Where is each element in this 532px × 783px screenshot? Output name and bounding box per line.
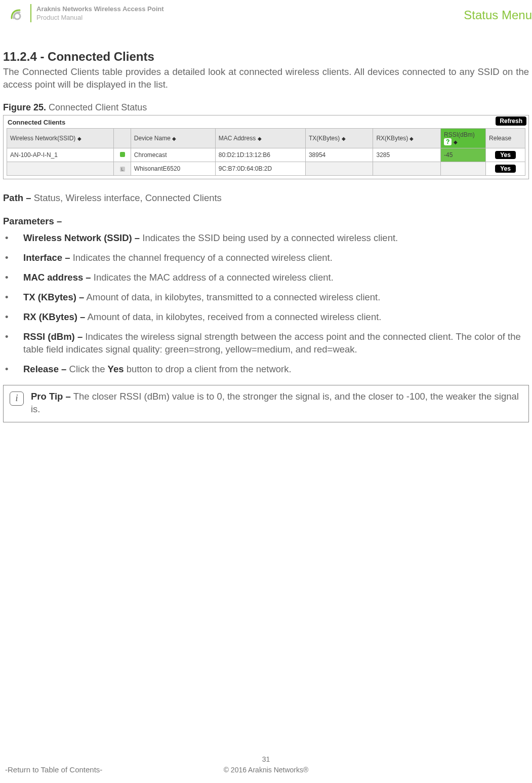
list-item: RX (KBytes) – Amount of data, in kilobyt… xyxy=(3,311,529,324)
section-lead: The Connected Clients table provides a d… xyxy=(3,66,529,91)
cell-mac: 9C:B7:0D:64:0B:2D xyxy=(215,162,305,175)
path-line: Path – Status, Wireless interface, Conne… xyxy=(3,192,529,204)
table-row: L WhisonantE6520 9C:B7:0D:64:0B:2D Yes xyxy=(7,162,525,175)
header-divider xyxy=(30,4,31,22)
path-label: Path – xyxy=(3,192,31,203)
cell-ssid xyxy=(7,162,114,175)
page-header: Araknis Networks Wireless Access Point P… xyxy=(0,0,532,25)
help-icon[interactable]: ? xyxy=(444,138,452,145)
release-yes-button[interactable]: Yes xyxy=(495,165,516,173)
parameters-list: Wireless Network (SSID) – Indicates the … xyxy=(3,232,529,376)
cell-rx xyxy=(373,162,441,175)
cell-device: WhisonantE6520 xyxy=(131,162,215,175)
pro-tip-box: i Pro Tip – The closer RSSI (dBm) value … xyxy=(3,385,529,422)
list-item: TX (KBytes) – Amount of data, in kilobyt… xyxy=(3,291,529,304)
pro-tip-label: Pro Tip – xyxy=(31,391,71,402)
figure-caption-text: Connected Client Status xyxy=(49,102,147,112)
page-footer: 31 -Return to Table of Contents- © 2016 … xyxy=(0,755,532,774)
col-tx[interactable]: TX(KBytes) ◆ xyxy=(305,128,373,148)
panel-title: Connected Clients xyxy=(4,115,528,128)
header-title: Araknis Networks Wireless Access Point xyxy=(36,5,164,13)
figure-caption: Figure 25. Connected Client Status xyxy=(3,102,529,113)
cell-device: Chromecast xyxy=(131,148,215,162)
brand-logo xyxy=(5,4,27,21)
cell-mac: 80:D2:1D:13:12:B6 xyxy=(215,148,305,162)
figure-label: Figure 25. xyxy=(3,102,46,112)
table-row: AN-100-AP-I-N_1 Chromecast 80:D2:1D:13:1… xyxy=(7,148,525,162)
col-rssi[interactable]: RSSI(dBm) ? ◆ xyxy=(441,128,486,148)
refresh-button[interactable]: Refresh xyxy=(496,116,526,126)
list-item: RSSI (dBm) – Indicates the wireless sign… xyxy=(3,331,529,356)
connected-clients-screenshot: Refresh Connected Clients Wireless Netwo… xyxy=(3,115,529,179)
menu-label: Status Menu xyxy=(464,8,532,22)
col-ssid[interactable]: Wireless Network(SSID) ◆ xyxy=(7,128,114,148)
pro-tip-text: Pro Tip – The closer RSSI (dBm) value is… xyxy=(31,390,522,416)
header-title-block: Araknis Networks Wireless Access Point P… xyxy=(36,4,164,21)
cell-rssi xyxy=(441,162,486,175)
col-mac[interactable]: MAC Address ◆ xyxy=(215,128,305,148)
pro-tip-body: The closer RSSI (dBm) value is to 0, the… xyxy=(31,391,519,414)
cell-rx: 3285 xyxy=(373,148,441,162)
araknis-logo-icon xyxy=(9,6,24,21)
page-content: 11.2.4 - Connected Clients The Connected… xyxy=(0,25,532,422)
cell-release: Yes xyxy=(486,148,525,162)
section-heading: 11.2.4 - Connected Clients xyxy=(3,50,529,64)
connected-clients-table: Wireless Network(SSID) ◆ Device Name ◆ M… xyxy=(7,128,525,176)
svg-point-0 xyxy=(14,13,20,19)
cell-iface-indicator xyxy=(114,148,131,162)
table-header-row: Wireless Network(SSID) ◆ Device Name ◆ M… xyxy=(7,128,525,148)
list-item: Wireless Network (SSID) – Indicates the … xyxy=(3,232,529,245)
parameters-heading: Parameters – xyxy=(3,216,529,227)
col-device[interactable]: Device Name ◆ xyxy=(131,128,215,148)
return-toc-link[interactable]: -Return to Table of Contents- xyxy=(5,765,102,774)
col-release: Release xyxy=(486,128,525,148)
list-item: MAC address – Indicates the MAC address … xyxy=(3,271,529,284)
cell-iface-indicator: L xyxy=(114,162,131,175)
status-dot-green-icon xyxy=(120,152,125,157)
path-value: Status, Wireless interface, Connected Cl… xyxy=(34,192,222,203)
cell-release: Yes xyxy=(486,162,525,175)
header-subtitle: Product Manual xyxy=(36,14,164,21)
page-number: 31 xyxy=(0,755,532,763)
cell-tx xyxy=(305,162,373,175)
list-item: Release – Click the Yes button to drop a… xyxy=(3,363,529,376)
cell-rssi: -45 xyxy=(441,148,486,162)
col-iface xyxy=(114,128,131,148)
col-rx[interactable]: RX(KBytes) ◆ xyxy=(373,128,441,148)
cell-tx: 38954 xyxy=(305,148,373,162)
cell-ssid: AN-100-AP-I-N_1 xyxy=(7,148,114,162)
copyright-text: © 2016 Araknis Networks® xyxy=(224,766,309,774)
list-item: Interface – Indicates the channel freque… xyxy=(3,252,529,264)
release-yes-button[interactable]: Yes xyxy=(495,151,516,159)
status-dot-grey-icon: L xyxy=(120,167,125,172)
info-icon: i xyxy=(10,392,24,406)
